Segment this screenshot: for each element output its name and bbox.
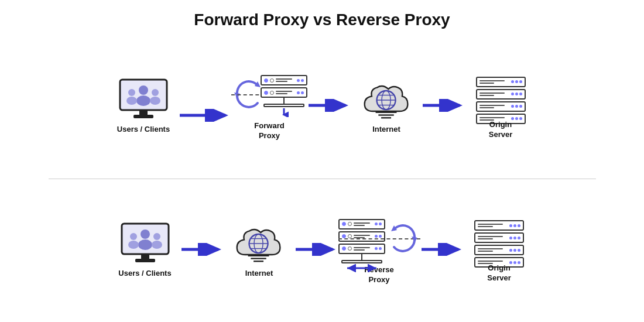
cloud-icon-top — [360, 78, 413, 122]
reverse-proxy-node: Reverse Proxy — [338, 216, 420, 285]
server-stack-forward — [261, 75, 307, 117]
origin-server-bottom: Origin Server — [464, 217, 535, 283]
svg-point-29 — [138, 239, 152, 250]
svg-point-3 — [128, 89, 135, 96]
svg-point-32 — [153, 233, 160, 240]
svg-point-33 — [152, 241, 162, 249]
svg-point-4 — [126, 97, 137, 105]
arrow-internet-to-reverseproxy — [294, 243, 338, 258]
svg-rect-34 — [141, 254, 149, 259]
svg-marker-52 — [412, 237, 417, 242]
svg-rect-35 — [135, 259, 155, 262]
forward-proxy-node: Forward Proxy — [231, 72, 307, 141]
cloud-icon-bottom — [233, 222, 286, 266]
main-title: Forward Proxy vs Reverse Proxy — [194, 11, 450, 29]
reverse-proxy-icon — [338, 216, 420, 263]
internet-label-bottom: Internet — [245, 269, 273, 279]
svg-point-1 — [139, 85, 148, 95]
internet-bottom-node: Internet — [224, 222, 294, 279]
internet-label-top: Internet — [372, 125, 400, 135]
svg-point-2 — [136, 95, 150, 106]
origin-server-icon-bottom — [473, 217, 526, 261]
arrow-internet-to-origin-top — [422, 99, 465, 114]
svg-rect-7 — [139, 110, 148, 115]
svg-rect-8 — [133, 115, 153, 118]
arrow-reverseproxy-to-origin — [420, 243, 464, 258]
svg-point-30 — [130, 233, 137, 240]
origin-server-icon-top — [474, 74, 527, 118]
svg-point-5 — [152, 89, 159, 96]
monitor-icon-bottom — [119, 222, 172, 266]
users-label-bottom: Users / Clients — [118, 269, 171, 279]
origin-server-label-bottom: Origin Server — [487, 263, 511, 283]
internet-top-node: Internet — [351, 78, 422, 135]
forward-proxy-label: Forward Proxy — [254, 121, 284, 141]
users-label-top: Users / Clients — [117, 125, 170, 135]
svg-point-6 — [150, 97, 160, 105]
server-stack-reverse — [338, 219, 385, 272]
arrow-proxy-to-internet — [307, 99, 351, 114]
origin-server-label-top: Origin Server — [489, 120, 512, 140]
svg-point-28 — [141, 229, 150, 239]
svg-point-31 — [128, 241, 139, 249]
arrow-users-to-proxy-top — [179, 109, 231, 122]
origin-server-top: Origin Server — [465, 74, 536, 140]
users-clients-bottom: Users / Clients — [110, 222, 180, 279]
users-clients-top: Users / Clients — [108, 78, 179, 135]
arrow-users-to-internet-bottom — [180, 243, 224, 258]
forward-proxy-icon — [231, 72, 307, 119]
monitor-icon-top — [117, 78, 170, 122]
svg-marker-12 — [234, 93, 240, 98]
